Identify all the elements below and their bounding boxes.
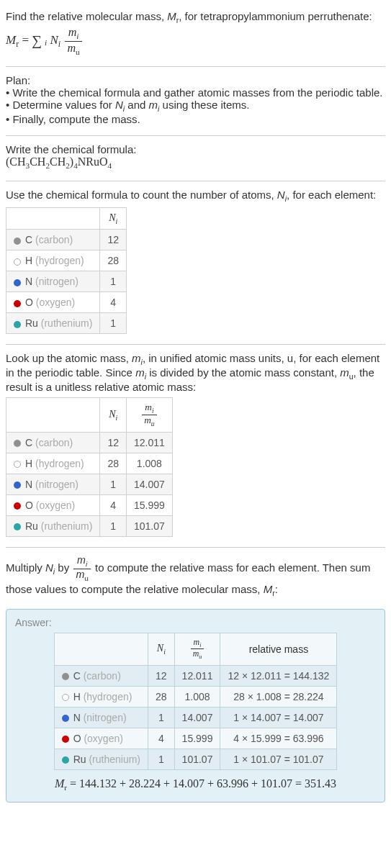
table-row: Ru (ruthenium) 1	[6, 313, 127, 334]
problem-text: Find the relative molecular mass, Mr, fo…	[6, 10, 385, 24]
plan-title: Plan:	[6, 74, 385, 86]
divider	[6, 344, 385, 345]
plan-section: Plan: • Write the chemical formula and g…	[6, 70, 385, 132]
table-row: N (nitrogen) 1	[6, 271, 127, 292]
atom-dot-icon	[14, 258, 21, 266]
final-answer: Mr = 144.132 + 28.224 + 14.007 + 63.996 …	[15, 777, 376, 792]
multiply-section: Multiply Ni by mi mu to compute the rela…	[6, 551, 385, 605]
divider	[6, 135, 385, 136]
formula-title: Write the chemical formula:	[6, 143, 385, 155]
table-row: O (oxygen) 4 15.999 4 × 15.999 = 63.996	[54, 728, 337, 749]
plan-bullet: • Write the chemical formula and gather …	[6, 86, 385, 99]
atom-dot-icon	[62, 756, 69, 764]
table-row: H (hydrogen) 28	[6, 250, 127, 271]
table-row: N (nitrogen) 1 14.007 1 × 14.007 = 14.00…	[54, 707, 337, 728]
answer-box: Answer: Ni mi mu relative mass C (carbon…	[6, 609, 385, 803]
table-header-mi: mi mu	[126, 398, 172, 433]
divider	[6, 66, 385, 67]
divider	[6, 181, 385, 181]
atom-dot-icon	[14, 440, 21, 447]
table-header-blank	[6, 207, 100, 230]
count-section: Use the chemical formula to count the nu…	[6, 184, 385, 342]
table-row: C (carbon) 12	[6, 230, 127, 250]
atom-dot-icon	[14, 279, 21, 286]
table-header-ni: Ni	[100, 398, 127, 433]
problem-equation: Mr = ∑ i Ni mi mu	[6, 26, 385, 56]
table-row: H (hydrogen) 28 1.008 28 × 1.008 = 28.22…	[54, 686, 337, 707]
formula-section: Write the chemical formula: (CH3CH2CH2)4…	[6, 139, 385, 177]
atom-dot-icon	[14, 502, 21, 510]
count-table: Ni C (carbon) 12 H (hydrogen) 28 N (nitr…	[6, 207, 127, 335]
table-header-mi: mi mu	[174, 633, 220, 665]
table-row: N (nitrogen) 1 14.007	[6, 474, 173, 495]
count-title: Use the chemical formula to count the nu…	[6, 189, 385, 203]
table-row: C (carbon) 12 12.011	[6, 433, 173, 453]
table-row: O (oxygen) 4 15.999	[6, 495, 173, 516]
plan-bullet: • Determine values for Ni and mi using t…	[6, 99, 385, 113]
problem-statement: Find the relative molecular mass, Mr, fo…	[6, 6, 385, 63]
table-header-ni: Ni	[148, 633, 175, 665]
mass-title: Look up the atomic mass, mi, in unified …	[6, 352, 385, 393]
table-header-relmass: relative mass	[220, 633, 337, 665]
atom-dot-icon	[14, 461, 21, 468]
table-row: H (hydrogen) 28 1.008	[6, 453, 173, 474]
table-row: Ru (ruthenium) 1 101.07 1 × 101.07 = 101…	[54, 749, 337, 769]
plan-bullet: • Finally, compute the mass.	[6, 113, 385, 125]
atom-dot-icon	[14, 482, 21, 489]
divider	[6, 547, 385, 548]
atom-dot-icon	[62, 736, 69, 743]
mass-table: Ni mi mu C (carbon) 12 12.011 H (hydroge…	[6, 397, 173, 537]
answer-label: Answer:	[15, 617, 376, 628]
atom-dot-icon	[14, 300, 21, 307]
atom-dot-icon	[62, 694, 69, 701]
table-header-ni: Ni	[100, 207, 127, 230]
table-row: C (carbon) 12 12.011 12 × 12.011 = 144.1…	[54, 665, 337, 686]
atom-dot-icon	[62, 715, 69, 722]
table-row: O (oxygen) 4	[6, 292, 127, 313]
atom-dot-icon	[14, 321, 21, 328]
chemical-formula: (CH3CH2CH2)4NRuO4	[6, 155, 385, 170]
atom-dot-icon	[62, 673, 69, 680]
table-header-blank	[6, 398, 100, 433]
mass-section: Look up the atomic mass, mi, in unified …	[6, 348, 385, 544]
atom-dot-icon	[14, 238, 21, 245]
table-header-blank	[54, 633, 148, 665]
answer-table: Ni mi mu relative mass C (carbon) 12 12.…	[54, 633, 338, 770]
table-row: Ru (ruthenium) 1 101.07	[6, 516, 173, 537]
atom-dot-icon	[14, 523, 21, 530]
